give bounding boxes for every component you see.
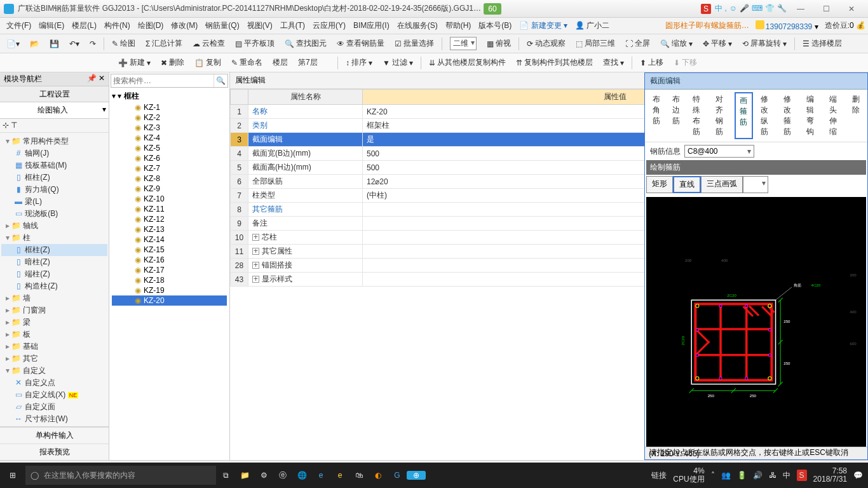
align-top-button[interactable]: ▤ 平齐板顶: [231, 37, 278, 50]
draw-mode-btn[interactable]: 三点画弧: [701, 176, 743, 193]
task-view-icon[interactable]: ⧉: [216, 471, 235, 480]
tray-up-icon[interactable]: ˄: [711, 471, 715, 480]
menu-floor[interactable]: 楼层(L): [68, 20, 100, 31]
open-button[interactable]: 📂: [26, 38, 43, 50]
list-item[interactable]: ◉KZ-8: [112, 173, 227, 184]
nav-node[interactable]: ▸📁 其它: [1, 353, 107, 365]
list-item[interactable]: ◉KZ-19: [112, 285, 227, 295]
redo-button[interactable]: ↷: [86, 38, 100, 50]
search-icon[interactable]: 🔍: [214, 74, 227, 87]
list-item[interactable]: ◉KZ-15: [112, 245, 227, 255]
find-comp-button[interactable]: 查找 ▾: [599, 56, 628, 69]
browser-icon[interactable]: 🌐: [292, 471, 311, 480]
list-item[interactable]: ◉KZ-5: [112, 143, 227, 153]
list-item[interactable]: ◉KZ-12: [112, 214, 227, 224]
tray-battery-icon[interactable]: 🔋: [737, 471, 747, 480]
taskbar[interactable]: ⊞ ◯ 在这里输入你要搜索的内容 ⧉ 📁 ⚙ ⓔ 🌐 e e 🛍 ◐ G ⊕ 链…: [0, 463, 868, 488]
nav-node[interactable]: # 轴网(J): [1, 147, 107, 159]
nav-node[interactable]: ▦ 筏板基础(M): [1, 159, 107, 172]
list-root[interactable]: ▾ ▾ 框柱: [112, 90, 227, 102]
section-tabs[interactable]: 布角筋布边筋特殊布筋对齐钢筋画箍筋修改纵筋修改箍筋编辑弯钩端头伸缩删除: [645, 90, 867, 142]
filter-button[interactable]: ▼ 过滤 ▾: [379, 56, 417, 69]
search-box[interactable]: 🔍: [111, 74, 228, 88]
nav-node[interactable]: ▾📁 自定义: [1, 365, 107, 377]
draw-mode-btn[interactable]: 直线: [673, 176, 701, 193]
section-tab[interactable]: 对齐钢筋: [712, 92, 731, 139]
copy-to-floor-button[interactable]: ⇈ 复制构件到其他楼层: [512, 56, 597, 69]
menu-draw[interactable]: 绘图(D): [134, 20, 168, 31]
folder-icon[interactable]: 📁: [235, 471, 254, 480]
ie-icon[interactable]: e: [311, 471, 330, 480]
list-item[interactable]: ◉KZ-3: [112, 123, 227, 133]
tray-people-icon[interactable]: 👥: [721, 471, 731, 480]
fullscreen-button[interactable]: ⛶ 全屏: [621, 37, 654, 50]
section-tab[interactable]: 画箍筋: [735, 92, 753, 139]
nav-node[interactable]: ▸📁 轴线: [1, 220, 107, 232]
nav-pin-icon[interactable]: 📌 ✕: [87, 74, 105, 85]
draw-button[interactable]: ✎ 绘图: [108, 37, 139, 50]
rebar-info-combo[interactable]: C8@400: [684, 145, 754, 158]
section-tab[interactable]: 布边筋: [668, 92, 684, 139]
taskbar-search[interactable]: ◯ 在这里输入你要搜索的内容: [25, 466, 216, 485]
start-button[interactable]: ⊞: [0, 471, 25, 480]
menu-modify[interactable]: 修改(M): [167, 20, 201, 31]
section-tab[interactable]: 修改箍筋: [780, 92, 799, 139]
copy-comp-button[interactable]: 📋 复制: [191, 56, 225, 69]
menu-help[interactable]: 帮助(H): [442, 20, 475, 31]
new-change-link[interactable]: 📄 新建变更 ▾: [515, 20, 571, 31]
user-label[interactable]: 👤 广小二: [571, 20, 613, 31]
nav-node[interactable]: ▸📁 梁: [1, 316, 107, 329]
batch-select-button[interactable]: ☑ 批量选择: [391, 37, 438, 50]
list-item[interactable]: ◉KZ-9: [112, 184, 227, 194]
g-icon[interactable]: G: [388, 471, 407, 480]
color-combo[interactable]: [743, 176, 768, 193]
nav-node[interactable]: ▸📁 板: [1, 329, 107, 341]
menu-online[interactable]: 在线服务(S): [393, 20, 442, 31]
tray-ime[interactable]: 中: [783, 470, 790, 481]
view-rebar-button[interactable]: 👁 查看钢筋量: [333, 37, 388, 50]
draw-mode-buttons[interactable]: 矩形直线三点画弧: [645, 175, 867, 197]
list-item[interactable]: ◉KZ-11: [112, 204, 227, 214]
2d-toggle[interactable]: 二维: [446, 36, 480, 51]
app-icon-1[interactable]: ⚙: [254, 471, 273, 480]
pan-button[interactable]: ✥ 平移 ▾: [699, 37, 736, 50]
nav-tab-settings[interactable]: 工程设置: [0, 86, 109, 103]
list-item[interactable]: ◉KZ-18: [112, 275, 227, 285]
zoom-button[interactable]: 🔍 缩放 ▾: [656, 37, 696, 50]
close-button[interactable]: ✕: [839, 4, 864, 13]
section-canvas[interactable]: 200 400 400 200 600: [646, 197, 866, 458]
user-id[interactable]: 13907298339 ▾: [756, 20, 818, 31]
rename-button[interactable]: ✎ 重命名: [227, 56, 266, 69]
list-item[interactable]: ◉KZ-4: [112, 133, 227, 143]
menu-file[interactable]: 文件(F): [3, 20, 35, 31]
draw-mode-btn[interactable]: 矩形: [646, 176, 673, 193]
dyn-obs-button[interactable]: ⟳ 动态观察: [523, 37, 569, 50]
search-input[interactable]: [111, 74, 214, 87]
clock[interactable]: 7:582018/7/31: [813, 467, 847, 484]
floor-combo[interactable]: 第7层: [294, 56, 334, 69]
ie-icon-2[interactable]: e: [330, 471, 349, 480]
section-tab[interactable]: 特殊布筋: [689, 92, 708, 139]
component-list[interactable]: ▾ ▾ 框柱◉KZ-1◉KZ-2◉KZ-3◉KZ-4◉KZ-5◉KZ-6◉KZ-…: [109, 89, 229, 460]
nav-node[interactable]: ▭ 自定义线(X) NE: [1, 389, 107, 401]
rotate-button[interactable]: ⟲ 屏幕旋转 ▾: [738, 37, 790, 50]
list-item[interactable]: ◉KZ-1: [112, 102, 227, 112]
copy-from-floor-button[interactable]: ⇊ 从其他楼层复制构件: [425, 56, 510, 69]
notifications-icon[interactable]: 💬: [853, 471, 863, 480]
nav-iconbar[interactable]: ⊹ ⊤: [0, 118, 109, 133]
nav-node[interactable]: ▯ 构造柱(Z): [1, 280, 107, 292]
maximize-button[interactable]: ☐: [813, 4, 839, 13]
sort-button[interactable]: ↕ 排序 ▾: [342, 56, 376, 69]
menu-bim[interactable]: BIM应用(I): [349, 20, 393, 31]
list-item[interactable]: ◉KZ-13: [112, 224, 227, 234]
nav-tree[interactable]: ▾📁 常用构件类型# 轴网(J)▦ 筏板基础(M)▯ 框柱(Z)▮ 剪力墙(Q)…: [0, 133, 109, 426]
nav-node[interactable]: ▱ 自定义面: [1, 401, 107, 413]
notice-link[interactable]: 圆形柱子即有螺旋箍筋…: [665, 20, 749, 31]
move-up-button[interactable]: ⬆ 上移: [636, 56, 667, 69]
nav-node[interactable]: ▭ 现浇板(B): [1, 208, 107, 220]
new-file-button[interactable]: 📄▾: [3, 38, 24, 50]
menu-version[interactable]: 版本号(B): [475, 20, 515, 31]
nav-node[interactable]: ▸📁 基础: [1, 341, 107, 353]
local-3d-button[interactable]: ⬚ 局部三维: [572, 37, 619, 50]
nav-node[interactable]: ▯ 框柱(Z): [1, 244, 107, 256]
